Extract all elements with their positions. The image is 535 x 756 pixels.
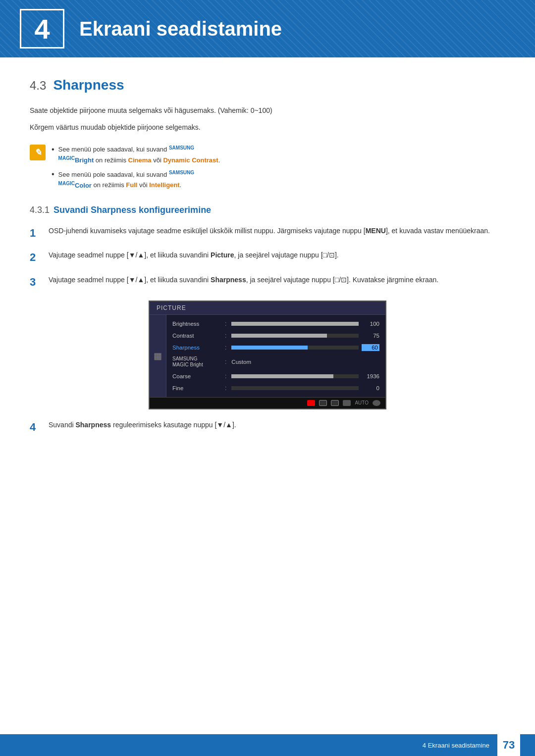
osd-bar-sharpness xyxy=(231,346,359,350)
osd-sidebar: ▦ xyxy=(150,315,166,397)
osd-sidebar-icon: ▦ xyxy=(154,351,162,361)
osd-btn-gray xyxy=(343,400,351,406)
subsection-heading: 4.3.1Suvandi Sharpness konfigureerimine xyxy=(30,205,505,215)
chapter-title: Ekraani seadistamine xyxy=(79,18,282,40)
step-2-number: 2 xyxy=(30,249,42,266)
osd-btn-red xyxy=(307,400,315,406)
step-2: 2 Vajutage seadmel nuppe [▼/▲], et liiku… xyxy=(30,250,505,266)
osd-row-coarse: Coarse : 1936 xyxy=(166,370,385,382)
step-4-list: 4 Suvandi Sharpness reguleerimiseks kasu… xyxy=(30,419,505,436)
description-2: Kõrgem väärtus muudab objektide piirjoon… xyxy=(30,122,505,134)
osd-bar-fine xyxy=(231,386,359,390)
section-number: 4.3 xyxy=(30,79,46,93)
osd-btn-mid xyxy=(331,400,339,406)
osd-val-brightness: 100 xyxy=(362,321,379,327)
note-icon: ✎ xyxy=(30,145,46,160)
osd-label-contrast: Contrast xyxy=(172,333,222,339)
osd-row-brightness: Brightness : 100 xyxy=(166,318,385,330)
page-footer: 4 Ekraani seadistamine 73 xyxy=(0,734,535,756)
note-1-text: See menüü pole saadaval, kui suvand SAMS… xyxy=(58,144,220,165)
osd-row-magic-bright: SAMSUNGMAGIC Bright : Custom xyxy=(166,353,385,370)
osd-btn-dark xyxy=(319,400,327,406)
note-1-link2: Dynamic Contrast xyxy=(163,156,218,164)
step-1: 1 OSD-juhendi kuvamiseks vajutage seadme… xyxy=(30,225,505,242)
subsection-title: Suvandi Sharpness konfigureerimine xyxy=(54,205,211,215)
note-2-link1: Full xyxy=(126,182,137,189)
osd-screenshot: PICTURE ▦ Brightness : 100 Contrast xyxy=(149,301,386,409)
osd-label-brightness: Brightness xyxy=(172,321,222,327)
note-box: ✎ See menüü pole saadaval, kui suvand SA… xyxy=(30,144,505,191)
section-title: Sharpness xyxy=(53,77,124,93)
step-4-text: Suvandi Sharpness reguleerimiseks kasuta… xyxy=(49,419,505,430)
osd-label-magic-bright: SAMSUNGMAGIC Bright xyxy=(172,356,222,368)
chapter-header: 4 Ekraani seadistamine xyxy=(0,0,535,57)
osd-val-contrast: 75 xyxy=(362,333,379,339)
step-4: 4 Suvandi Sharpness reguleerimiseks kasu… xyxy=(30,419,505,436)
osd-row-contrast: Contrast : 75 xyxy=(166,330,385,342)
step-3: 3 Vajutage seadmel nuppe [▼/▲], et liiku… xyxy=(30,274,505,291)
page-content: 4.3 Sharpness Saate objektide piirjoone … xyxy=(0,77,535,436)
osd-body: ▦ Brightness : 100 Contrast : xyxy=(150,315,385,397)
description-1: Saate objektide piirjoone muuta selgemak… xyxy=(30,105,505,117)
note-2-text: See menüü pole saadaval, kui suvand SAMS… xyxy=(58,169,194,191)
osd-row-fine: Fine : 0 xyxy=(166,382,385,394)
step-2-text: Vajutage seadmel nuppe [▼/▲], et liikuda… xyxy=(49,250,505,260)
note-2-link2: Intelligent xyxy=(149,182,179,189)
osd-val-sharpness: 60 xyxy=(362,344,379,351)
steps-list: 1 OSD-juhendi kuvamiseks vajutage seadme… xyxy=(30,225,505,291)
note-line-2: See menüü pole saadaval, kui suvand SAMS… xyxy=(52,168,220,190)
step-3-text: Vajutage seadmel nuppe [▼/▲], et liikuda… xyxy=(49,274,505,285)
osd-bar-brightness xyxy=(231,322,359,326)
subsection-number: 4.3.1 xyxy=(30,205,50,215)
note-1-link1: Cinema xyxy=(128,156,152,164)
osd-auto-label: AUTO xyxy=(355,400,369,405)
osd-bar-contrast xyxy=(231,334,359,338)
step-3-number: 3 xyxy=(30,273,42,291)
footer-chapter-label: 4 Ekraani seadistamine xyxy=(423,742,489,749)
osd-menu: Brightness : 100 Contrast : 75 xyxy=(166,315,385,397)
step-1-number: 1 xyxy=(30,224,42,242)
osd-row-sharpness: Sharpness : 60 xyxy=(166,342,385,353)
footer-page-number: 73 xyxy=(497,734,520,756)
osd-val-magic-bright: Custom xyxy=(231,359,251,365)
osd-label-coarse: Coarse xyxy=(172,373,222,379)
osd-footer: AUTO xyxy=(150,397,385,408)
osd-bar-coarse xyxy=(231,374,359,378)
osd-label-sharpness: Sharpness xyxy=(172,345,222,351)
osd-val-coarse: 1936 xyxy=(362,373,379,379)
step-4-number: 4 xyxy=(30,418,42,436)
note-lines: See menüü pole saadaval, kui suvand SAMS… xyxy=(52,144,220,191)
section-heading: 4.3 Sharpness xyxy=(30,77,505,93)
step-1-text: OSD-juhendi kuvamiseks vajutage seadme e… xyxy=(49,225,505,236)
note-line-1: See menüü pole saadaval, kui suvand SAMS… xyxy=(52,144,220,165)
chapter-number: 4 xyxy=(20,9,64,49)
osd-btn-round xyxy=(373,400,380,406)
osd-title: PICTURE xyxy=(150,302,385,315)
osd-label-fine: Fine xyxy=(172,385,222,391)
osd-val-fine: 0 xyxy=(362,385,379,391)
